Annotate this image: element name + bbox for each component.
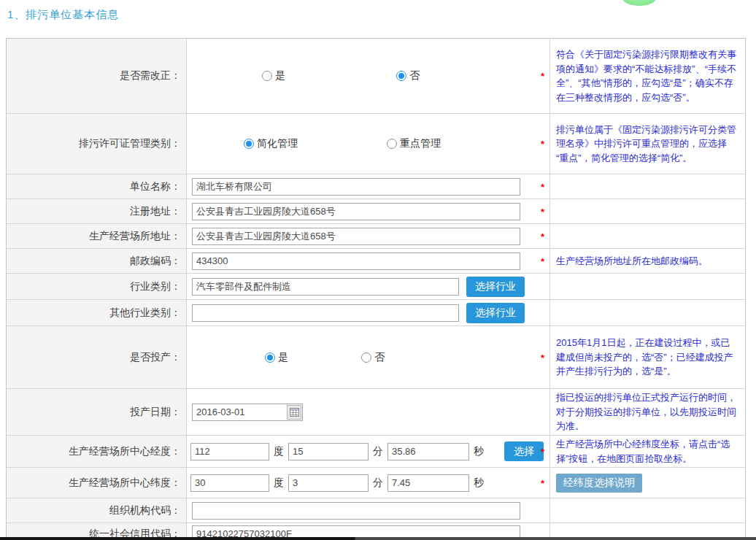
correction-yes-option[interactable]: 是 [262, 69, 285, 82]
correction-required-label: 是否需改正： [7, 39, 187, 113]
management-category-help: 排污单位属于《固定污染源排污许可分类管理名录》中排污许可重点管理的，应选择“重点… [550, 114, 745, 174]
scrollbar-thumb[interactable] [0, 537, 355, 540]
radio-icon[interactable] [265, 352, 275, 363]
longitude-help: 生产经营场所中心经纬度坐标，请点击“选择”按钮，在地图页面拾取坐标。 [550, 436, 745, 467]
required-asterisk: * [541, 255, 544, 266]
in-production-label: 是否投产： [7, 326, 187, 388]
latitude-degrees-input[interactable] [190, 474, 269, 492]
latitude-seconds-input[interactable] [387, 474, 469, 492]
longitude-minutes-input[interactable] [288, 443, 369, 460]
radio-label[interactable]: 否 [374, 351, 385, 364]
row-longitude: 生产经营场所中心经度： 度 分 秒 选择 * 生产经营场所中心经纬度坐标，请点击… [7, 436, 745, 468]
latitude-label: 生产经营场所中心纬度： [7, 468, 187, 498]
production-date-label: 投产日期： [7, 389, 187, 435]
radio-label[interactable]: 简化管理 [257, 137, 298, 150]
production-date-help: 指已投运的排污单位正式投产运行的时间，对于分期投运的排污单位，以先期投运时间为准… [550, 389, 745, 435]
other-industry-category-help [550, 300, 745, 325]
correction-required-help: 符合《关于固定污染源排污限期整改有关事项的通知》要求的“不能达标排放”、“手续不… [550, 39, 745, 113]
latitude-help: 经纬度选择说明 [550, 468, 745, 498]
radio-label[interactable]: 重点管理 [400, 137, 441, 150]
row-latitude: 生产经营场所中心纬度： 度 分 秒 * 经纬度选择说明 [7, 468, 745, 498]
production-date-input[interactable]: 2016-03-01 [192, 404, 303, 421]
required-asterisk: * [541, 352, 544, 363]
registered-address-input[interactable] [192, 203, 520, 220]
row-production-date: 投产日期： 2016-03-01 [7, 389, 745, 436]
degrees-unit-label: 度 [274, 445, 284, 458]
seconds-unit-label: 秒 [474, 445, 484, 458]
row-correction-required: 是否需改正： 是 否 * 符合《关于固定污染源排污限期整改有关事项的通知》要求的… [7, 39, 745, 114]
radio-icon[interactable] [396, 71, 406, 81]
latitude-minutes-input[interactable] [288, 474, 369, 492]
row-other-industry-category: 其他行业类别： 选择行业 [7, 300, 745, 326]
minutes-unit-label: 分 [373, 445, 383, 458]
row-management-category: 排污许可证管理类别： 简化管理 重点管理 * 排污单位属于《固定污染源排污许可分… [7, 114, 745, 174]
required-asterisk: * [541, 206, 544, 217]
calendar-icon[interactable] [287, 405, 301, 420]
production-yes-option[interactable]: 是 [265, 351, 288, 364]
correction-required-content: 是 否 * [187, 39, 550, 113]
registered-address-label: 注册地址： [7, 199, 187, 223]
postal-code-label: 邮政编码： [7, 249, 187, 273]
management-category-content: 简化管理 重点管理 * [187, 114, 550, 174]
select-industry-button[interactable]: 选择行业 [466, 277, 525, 297]
unit-name-help [550, 174, 745, 198]
org-code-content [187, 498, 550, 522]
postal-code-input[interactable] [192, 252, 520, 270]
other-industry-category-label: 其他行业类别： [7, 300, 187, 325]
unit-name-input[interactable] [192, 178, 520, 196]
other-industry-category-content: 选择行业 [187, 300, 550, 325]
radio-icon[interactable] [262, 71, 272, 81]
correction-no-option[interactable]: 否 [396, 69, 420, 82]
horizontal-scrollbar[interactable] [0, 537, 756, 540]
radio-label[interactable]: 是 [278, 351, 288, 364]
org-code-label: 组织机构代码： [7, 498, 187, 522]
unit-name-label: 单位名称： [7, 174, 187, 198]
select-other-industry-button[interactable]: 选择行业 [466, 303, 525, 323]
premises-address-content: * [187, 224, 550, 248]
org-code-input[interactable] [192, 502, 520, 520]
degrees-unit-label: 度 [274, 477, 284, 490]
page-title: 1、排污单位基本信息 [7, 8, 119, 22]
longitude-seconds-input[interactable] [387, 443, 469, 460]
permit-form-page: 1、排污单位基本信息 是否需改正： 是 否 * 符合《关于固定污染源排污限期整改… [0, 0, 756, 540]
in-production-help: 2015年1月1日起，正在建设过程中，或已建成但尚未投产的，选“否”；已经建成投… [550, 326, 745, 388]
production-date-content: 2016-03-01 [187, 389, 550, 435]
industry-category-help [550, 274, 745, 299]
org-code-help [550, 498, 745, 522]
minutes-unit-label: 分 [373, 477, 383, 490]
radio-label[interactable]: 是 [275, 69, 285, 82]
unit-name-content: * [187, 174, 550, 198]
production-no-option[interactable]: 否 [361, 351, 385, 364]
premises-address-input[interactable] [192, 228, 520, 245]
key-management-option[interactable]: 重点管理 [387, 137, 441, 150]
required-asterisk: * [541, 446, 544, 457]
row-industry-category: 行业类别： 选择行业 [7, 274, 745, 300]
postal-code-help: 生产经营场所地址所在地邮政编码。 [550, 249, 745, 273]
row-premises-address: 生产经营场所地址： * [7, 224, 745, 249]
row-registered-address: 注册地址： * [7, 199, 745, 224]
longitude-content: 度 分 秒 选择 * [187, 436, 550, 467]
coordinates-help-button[interactable]: 经纬度选择说明 [556, 474, 642, 493]
row-in-production: 是否投产： 是 否 * 2015年1月1日起，正在建设过程中，或已建成但尚未投产… [7, 326, 745, 389]
simplified-management-option[interactable]: 简化管理 [244, 137, 298, 150]
registered-address-content: * [187, 199, 550, 223]
required-asterisk: * [541, 477, 544, 488]
premises-address-label: 生产经营场所地址： [7, 224, 187, 248]
radio-icon[interactable] [361, 352, 371, 363]
radio-label[interactable]: 否 [409, 69, 420, 82]
pick-coordinates-button[interactable]: 选择 [504, 441, 544, 461]
longitude-degrees-input[interactable] [190, 443, 269, 460]
basic-info-table: 是否需改正： 是 否 * 符合《关于固定污染源排污限期整改有关事项的通知》要求的… [6, 38, 746, 540]
radio-icon[interactable] [244, 139, 254, 149]
green-bubble-button[interactable] [622, 0, 657, 6]
longitude-label: 生产经营场所中心经度： [7, 436, 187, 467]
industry-category-input[interactable] [192, 278, 459, 296]
required-asterisk: * [541, 71, 544, 82]
other-industry-category-input[interactable] [192, 304, 459, 322]
row-postal-code: 邮政编码： * 生产经营场所地址所在地邮政编码。 [7, 249, 745, 274]
required-asterisk: * [541, 181, 544, 192]
in-production-content: 是 否 * [187, 326, 550, 388]
radio-icon[interactable] [387, 139, 397, 149]
industry-category-label: 行业类别： [7, 274, 187, 299]
date-value[interactable]: 2016-03-01 [193, 406, 287, 417]
